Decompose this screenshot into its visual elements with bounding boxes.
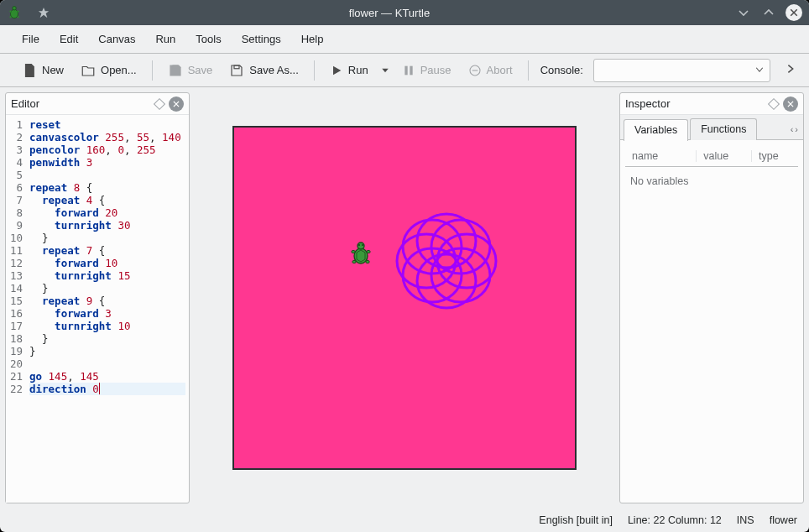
run-dropdown[interactable] <box>378 62 392 79</box>
svg-point-25 <box>367 250 370 253</box>
titlebar: flower — KTurtle <box>0 0 809 25</box>
flower-drawing <box>392 206 501 316</box>
console-label: Console: <box>540 64 583 76</box>
maximize-button[interactable] <box>760 4 777 21</box>
svg-point-26 <box>352 260 356 263</box>
statusbar: English [built in] Line: 22 Column: 12 I… <box>0 509 809 532</box>
toolbar-overflow[interactable] <box>780 63 801 77</box>
svg-point-5 <box>17 16 18 18</box>
svg-rect-9 <box>410 65 412 75</box>
open-label: Open... <box>101 64 137 76</box>
save-button: Save <box>161 60 220 81</box>
canvas-panel <box>200 92 609 503</box>
status-insert: INS <box>737 514 754 526</box>
editor-header: Editor <box>6 93 189 115</box>
editor-title: Editor <box>11 97 39 110</box>
inspector-empty: No variables <box>620 167 803 196</box>
inspector-header: Inspector <box>620 93 803 115</box>
tab-scroll-right-icon[interactable]: › <box>795 124 798 134</box>
col-value: value <box>697 150 752 162</box>
new-button[interactable]: New <box>15 60 70 81</box>
editor-panel: Editor 123456789101112131415161718192021… <box>5 92 190 503</box>
svg-rect-8 <box>404 65 407 75</box>
editor-body[interactable]: 12345678910111213141516171819202122 rese… <box>6 115 189 503</box>
close-panel-button[interactable] <box>169 96 184 112</box>
abort-label: Abort <box>487 64 513 76</box>
inspector-tabs: Variables Functions ‹ › <box>620 115 803 140</box>
window-title: flower — KTurtle <box>52 7 727 19</box>
toolbar: New Open... Save Save As... Run Pause <box>0 54 809 87</box>
saveas-label: Save As... <box>249 64 299 76</box>
inspector-table-header: name value type <box>625 145 798 167</box>
run-label: Run <box>348 64 368 76</box>
inspector-title: Inspector <box>625 97 670 110</box>
menu-canvas[interactable]: Canvas <box>90 28 144 50</box>
turtle-sprite-icon <box>350 242 372 267</box>
new-label: New <box>42 64 64 76</box>
tab-scroll-left-icon[interactable]: ‹ <box>791 124 794 134</box>
menu-help[interactable]: Help <box>293 28 332 50</box>
tab-functions[interactable]: Functions <box>690 118 757 140</box>
tab-variables[interactable]: Variables <box>624 119 688 141</box>
menu-edit[interactable]: Edit <box>51 28 86 50</box>
pause-button: Pause <box>395 60 458 81</box>
toolbar-separator <box>152 60 153 81</box>
col-type: type <box>752 150 798 162</box>
svg-point-2 <box>9 10 11 12</box>
status-lang: English [built in] <box>539 514 613 526</box>
menubar: File Edit Canvas Run Tools Settings Help <box>0 25 809 54</box>
svg-point-0 <box>11 9 18 18</box>
menu-run[interactable]: Run <box>147 28 184 50</box>
close-panel-button[interactable] <box>783 96 798 112</box>
svg-point-1 <box>13 7 17 11</box>
svg-point-22 <box>358 244 360 246</box>
col-name: name <box>625 150 697 162</box>
app-turtle-icon <box>7 5 22 20</box>
float-panel-icon[interactable] <box>768 97 780 109</box>
svg-point-3 <box>17 10 18 12</box>
svg-rect-7 <box>234 65 239 69</box>
svg-point-27 <box>366 260 369 263</box>
save-label: Save <box>188 64 213 76</box>
run-button[interactable]: Run <box>323 60 375 81</box>
app-window: flower — KTurtle File Edit Canvas Run To… <box>0 0 809 532</box>
status-position: Line: 22 Column: 12 <box>628 514 722 526</box>
close-button[interactable] <box>786 4 802 21</box>
main-body: Editor 123456789101112131415161718192021… <box>0 87 809 509</box>
pause-label: Pause <box>420 64 451 76</box>
toolbar-separator <box>314 60 315 81</box>
svg-point-23 <box>362 244 363 246</box>
open-button[interactable]: Open... <box>74 60 144 81</box>
drawing-canvas <box>232 126 577 470</box>
menu-file[interactable]: File <box>13 28 48 50</box>
inspector-panel: Inspector Variables Functions ‹ › name v… <box>619 92 804 503</box>
abort-button: Abort <box>462 60 519 81</box>
menu-settings[interactable]: Settings <box>233 28 290 50</box>
minimize-button[interactable] <box>735 4 752 21</box>
toolbar-separator <box>528 60 529 81</box>
status-file: flower <box>770 514 797 526</box>
svg-point-4 <box>9 16 11 18</box>
saveas-button[interactable]: Save As... <box>222 60 305 81</box>
chevron-down-icon <box>754 65 765 77</box>
console-input[interactable] <box>593 59 770 82</box>
menu-tools[interactable]: Tools <box>187 28 229 50</box>
line-gutter: 12345678910111213141516171819202122 <box>6 115 26 503</box>
code-area[interactable]: resetcanvascolor 255, 55, 140pencolor 16… <box>26 115 189 503</box>
float-panel-icon[interactable] <box>154 97 165 109</box>
svg-point-21 <box>358 243 364 249</box>
svg-point-24 <box>352 250 355 253</box>
pin-icon[interactable] <box>35 4 52 21</box>
